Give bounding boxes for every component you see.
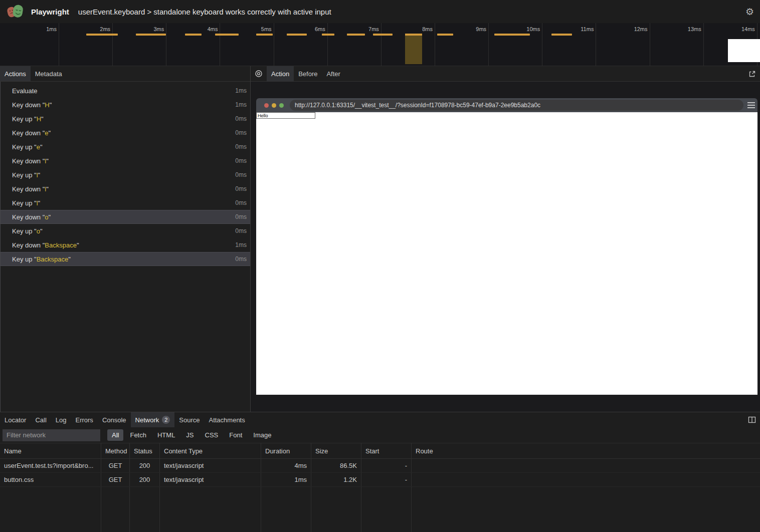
action-row[interactable]: Evaluate1ms — [0, 84, 250, 98]
action-row[interactable]: Key up "e"0ms — [0, 140, 250, 154]
column-header-route: Route — [412, 443, 760, 458]
chip-image[interactable]: Image — [249, 429, 276, 441]
action-row[interactable]: Key down "e"0ms — [0, 126, 250, 140]
timeline-action-bar[interactable] — [215, 34, 239, 36]
browser-menu-icon[interactable] — [747, 102, 755, 108]
action-row[interactable]: Key down "l"0ms — [0, 154, 250, 168]
filter-network-input[interactable] — [3, 429, 100, 441]
action-title: Key up "l" — [12, 199, 235, 207]
chip-font[interactable]: Font — [225, 429, 247, 441]
maximize-light-icon — [279, 103, 284, 108]
filler-cell — [412, 487, 760, 532]
timeline-action-bar[interactable] — [136, 34, 166, 36]
action-row[interactable]: Key down "Backspace"1ms — [0, 238, 250, 252]
action-row[interactable]: Key up "o"0ms — [0, 224, 250, 238]
cell-content-type: text/javascript — [160, 459, 261, 472]
chip-html[interactable]: HTML — [153, 429, 179, 441]
actions-list: Evaluate1msKey down "H"1msKey up "H"0msK… — [0, 82, 250, 412]
timeline-action-bar[interactable] — [347, 34, 365, 36]
chip-js[interactable]: JS — [181, 429, 198, 441]
timeline-gridline — [542, 23, 542, 66]
timeline-action-bar[interactable] — [437, 34, 453, 36]
action-duration: 0ms — [235, 157, 247, 164]
action-duration: 0ms — [235, 115, 247, 122]
action-row[interactable]: Key up "l"0ms — [0, 196, 250, 210]
action-key: l — [37, 171, 38, 179]
action-duration: 0ms — [235, 227, 247, 234]
action-key: o — [37, 227, 40, 235]
tab-log[interactable]: Log — [51, 412, 71, 427]
action-title: Key down "o" — [12, 213, 235, 221]
action-key: e — [45, 129, 48, 137]
action-row[interactable]: Key down "l"0ms — [0, 182, 250, 196]
cell-duration: 1ms — [261, 473, 311, 486]
timeline-action-bar[interactable] — [373, 34, 393, 36]
timeline-action-bar[interactable] — [185, 34, 202, 36]
action-row[interactable]: Key down "o"0ms — [0, 210, 250, 224]
timeline-selection-band[interactable] — [405, 34, 422, 64]
column-header-start: Start — [361, 443, 412, 458]
action-row[interactable]: Key up "l"0ms — [0, 168, 250, 182]
chip-all[interactable]: All — [107, 429, 123, 441]
tab-metadata[interactable]: Metadata — [31, 66, 67, 81]
action-duration: 0ms — [235, 199, 247, 206]
timeline-action-bar[interactable] — [86, 34, 118, 36]
tab-action[interactable]: Action — [267, 66, 294, 81]
page-text-input[interactable] — [256, 112, 315, 119]
playwright-trace-viewer: Playwright userEvent.keyboard > standalo… — [0, 0, 760, 532]
tab-network[interactable]: Network2 — [131, 412, 175, 427]
split-view-icon[interactable] — [744, 412, 760, 427]
actions-panel: ActionsMetadata Evaluate1msKey down "H"1… — [0, 66, 251, 412]
tab-source[interactable]: Source — [174, 412, 204, 427]
minimize-light-icon — [272, 103, 276, 108]
chip-css[interactable]: CSS — [201, 429, 223, 441]
timeline-screenshot-thumbnail[interactable] — [728, 39, 760, 62]
action-key: H — [45, 101, 49, 109]
settings-gear-icon[interactable]: ⚙ — [745, 7, 754, 17]
timeline-action-bar[interactable] — [494, 34, 530, 36]
tab-locator[interactable]: Locator — [0, 412, 31, 427]
action-row[interactable]: Key up "H"0ms — [0, 112, 250, 126]
action-row[interactable]: Key up "Backspace"0ms — [0, 252, 250, 266]
tab-after[interactable]: After — [322, 66, 344, 81]
tab-call[interactable]: Call — [31, 412, 51, 427]
timeline-action-bar[interactable] — [551, 34, 572, 36]
action-title: Key down "l" — [12, 185, 235, 193]
network-request-row[interactable]: button.cssGET200text/javascript1ms1.2K- — [0, 473, 760, 487]
snapshot-area: http://127.0.0.1:63315/__vitest_test__/?… — [251, 82, 760, 412]
action-title: Evaluate — [12, 87, 235, 95]
timeline-gridline — [381, 23, 382, 66]
timeline-gridline — [327, 23, 328, 66]
network-count-badge: 2 — [162, 416, 170, 424]
address-bar: http://127.0.0.1:63315/__vitest_test__/?… — [290, 100, 743, 111]
timeline[interactable]: 1ms2ms3ms4ms5ms6ms7ms8ms9ms10ms11ms12ms1… — [0, 23, 760, 66]
action-title: Key up "o" — [12, 227, 235, 235]
timeline-gridline — [59, 23, 59, 66]
playwright-logo — [6, 4, 25, 20]
network-request-row[interactable]: userEvent.test.ts?import&bro...GET200tex… — [0, 459, 760, 473]
tab-actions[interactable]: Actions — [0, 66, 31, 81]
action-duration: 0ms — [235, 255, 247, 262]
timeline-gridline — [112, 23, 113, 66]
cell-status: 200 — [130, 459, 160, 472]
tab-errors[interactable]: Errors — [71, 412, 97, 427]
column-header-method: Method — [101, 443, 130, 458]
chip-fetch[interactable]: Fetch — [125, 429, 151, 441]
action-duration: 0ms — [235, 185, 247, 192]
timeline-action-bar[interactable] — [287, 34, 307, 36]
action-row[interactable]: Key down "H"1ms — [0, 98, 250, 112]
column-header-name: Name — [0, 443, 101, 458]
action-title: Key up "Backspace" — [12, 255, 235, 263]
network-filter-row: AllFetchHTMLJSCSSFontImage — [0, 427, 760, 443]
timeline-action-bar[interactable] — [256, 34, 273, 36]
cell-start: - — [361, 473, 412, 486]
timeline-tick-label: 3ms — [135, 26, 164, 32]
timeline-action-bar[interactable] — [322, 34, 334, 36]
tab-label-before: Before — [298, 70, 317, 78]
open-external-icon[interactable] — [744, 66, 760, 81]
tab-attachments[interactable]: Attachments — [204, 412, 249, 427]
tab-console[interactable]: Console — [98, 412, 131, 427]
tab-label-actions: Actions — [5, 70, 26, 78]
tab-before[interactable]: Before — [294, 66, 322, 81]
pick-locator-target-icon[interactable] — [251, 66, 267, 81]
